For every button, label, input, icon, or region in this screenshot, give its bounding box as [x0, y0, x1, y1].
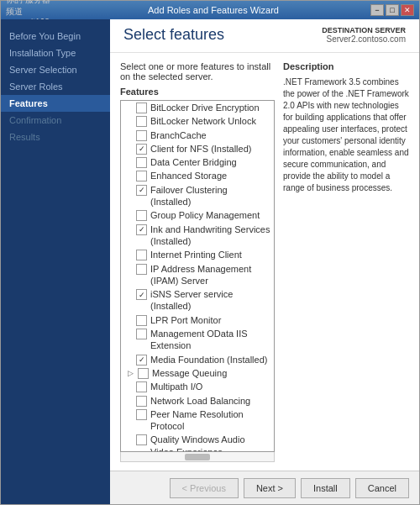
- feature-checkbox-lpr[interactable]: [136, 315, 147, 326]
- feature-ipam[interactable]: IP Address Management (IPAM) Server: [121, 262, 274, 288]
- feature-checkbox-message-queuing[interactable]: [138, 368, 149, 379]
- feature-enhanced-storage[interactable]: Enhanced Storage: [121, 169, 274, 182]
- footer: < Previous Next > Install Cancel: [110, 471, 419, 504]
- content-area: Select one or more features to install o…: [110, 53, 419, 471]
- dest-server-name: Server2.contoso.com: [322, 34, 406, 44]
- feature-checkbox-bitlocker-network[interactable]: [136, 116, 147, 127]
- page-header: Select features DESTINATION SERVER Serve…: [110, 19, 419, 53]
- features-label: Features: [120, 87, 275, 97]
- sidebar-item-server-selection[interactable]: Server Selection: [1, 61, 110, 78]
- feature-peer-name[interactable]: Peer Name Resolution Protocol: [121, 408, 274, 434]
- features-list[interactable]: BitLocker Drive Encryption BitLocker Net…: [120, 100, 275, 452]
- feature-failover-clustering[interactable]: Failover Clustering (Installed): [121, 183, 274, 209]
- feature-checkbox-failover-clustering[interactable]: [136, 185, 147, 196]
- feature-checkbox-isns[interactable]: [136, 289, 147, 300]
- minimize-button[interactable]: −: [370, 4, 384, 16]
- feature-group-policy[interactable]: Group Policy Management: [121, 208, 274, 222]
- feature-checkbox-ink-handwriting[interactable]: [136, 224, 147, 235]
- close-button[interactable]: ✕: [401, 4, 414, 16]
- previous-button[interactable]: < Previous: [170, 478, 239, 498]
- window-title: Add Roles and Features Wizard: [56, 5, 370, 15]
- feature-checkbox-odata[interactable]: [136, 329, 147, 339]
- description-panel: Description .NET Framework 3.5 combines …: [283, 61, 409, 462]
- sidebar-item-before-you-begin[interactable]: Before You Begin: [1, 28, 110, 45]
- feature-data-center[interactable]: Data Center Bridging: [121, 155, 274, 169]
- feature-internet-printing[interactable]: Internet Printing Client: [121, 248, 274, 261]
- feature-ink-handwriting[interactable]: Ink and Handwriting Services (Installed): [121, 223, 274, 249]
- feature-checkbox-bitlocker-drive[interactable]: [136, 103, 147, 113]
- feature-bitlocker-network[interactable]: BitLocker Network Unlock: [121, 114, 274, 128]
- next-button[interactable]: Next >: [244, 478, 296, 498]
- feature-checkbox-branchcache[interactable]: [136, 130, 147, 141]
- expand-arrow-message-queuing[interactable]: ▷: [124, 367, 136, 379]
- feature-checkbox-enhanced-storage[interactable]: [136, 171, 147, 181]
- feature-checkbox-ipam[interactable]: [136, 264, 147, 275]
- sidebar-item-server-roles[interactable]: Server Roles: [1, 78, 110, 95]
- feature-branchcache[interactable]: BranchCache: [121, 129, 274, 142]
- feature-isns[interactable]: iSNS Server service (Installed): [121, 287, 274, 313]
- instruction-text: Select one or more features to install o…: [120, 61, 275, 82]
- feature-checkbox-media-foundation[interactable]: [136, 355, 147, 366]
- sidebar-item-installation-type[interactable]: Installation Type: [1, 45, 110, 61]
- feature-message-queuing[interactable]: ▷ Message Queuing: [121, 366, 274, 380]
- destination-server-info: DESTINATION SERVER Server2.contoso.com: [322, 26, 406, 44]
- feature-client-nfs[interactable]: Client for NFS (Installed): [121, 142, 274, 155]
- wizard-body: Before You Begin Installation Type Serve…: [1, 19, 419, 504]
- feature-checkbox-peer-name[interactable]: [136, 409, 147, 420]
- description-title: Description: [283, 61, 409, 71]
- feature-checkbox-data-center[interactable]: [136, 157, 147, 168]
- feature-nlb[interactable]: Network Load Balancing: [121, 394, 274, 408]
- feature-checkbox-internet-printing[interactable]: [136, 250, 147, 260]
- sidebar-item-results: Results: [1, 129, 110, 145]
- dest-server-label: DESTINATION SERVER: [322, 26, 406, 34]
- wizard-window: 你的·服务器频道 server.it168.com Add Roles and …: [0, 0, 420, 505]
- features-panel: Select one or more features to install o…: [120, 61, 275, 462]
- main-content: Select features DESTINATION SERVER Serve…: [110, 19, 419, 504]
- install-button[interactable]: Install: [301, 478, 350, 498]
- cancel-button[interactable]: Cancel: [355, 478, 409, 498]
- horizontal-scrollbar[interactable]: [120, 452, 275, 462]
- feature-checkbox-client-nfs[interactable]: [136, 144, 147, 155]
- feature-bitlocker-drive[interactable]: BitLocker Drive Encryption: [121, 101, 274, 114]
- feature-checkbox-qwave[interactable]: [136, 434, 147, 445]
- description-text: .NET Framework 3.5 combines the power of…: [283, 76, 409, 194]
- feature-checkbox-group-policy[interactable]: [136, 210, 147, 221]
- sidebar-item-confirmation: Confirmation: [1, 112, 110, 129]
- feature-checkbox-nlb[interactable]: [136, 396, 147, 407]
- sidebar: Before You Begin Installation Type Serve…: [1, 19, 110, 504]
- feature-qwave[interactable]: Quality Windows Audio Video Experience: [121, 433, 274, 452]
- feature-lpr[interactable]: LPR Port Monitor: [121, 313, 274, 327]
- sidebar-item-features[interactable]: Features: [1, 95, 110, 112]
- feature-media-foundation[interactable]: Media Foundation (Installed): [121, 353, 274, 366]
- feature-odata[interactable]: Management OData IIS Extension: [121, 327, 274, 353]
- window-controls: − □ ✕: [370, 4, 414, 16]
- feature-multipath[interactable]: Multipath I/O: [121, 380, 274, 393]
- title-bar: 你的·服务器频道 server.it168.com Add Roles and …: [1, 1, 419, 19]
- feature-checkbox-multipath[interactable]: [136, 381, 147, 392]
- maximize-button[interactable]: □: [386, 4, 399, 16]
